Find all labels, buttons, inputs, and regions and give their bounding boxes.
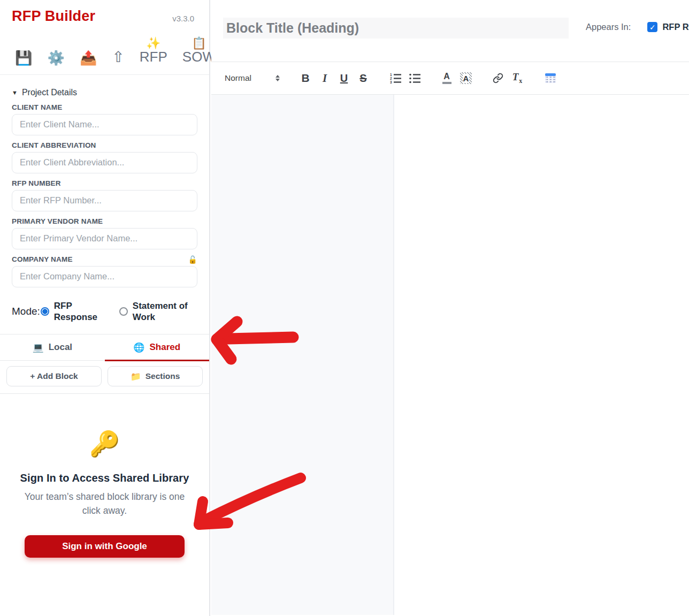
company-name-field-group: COMPANY NAME 🔓	[12, 255, 197, 287]
sections-button[interactable]: 📁 Sections	[108, 366, 203, 386]
sidebar-header: RFP Builder v3.3.0	[0, 0, 209, 25]
add-block-button[interactable]: + Add Block	[6, 366, 102, 386]
bullet-list-icon	[409, 73, 420, 83]
block-editor-panel: Appears In: ✓ RFP Res Normal B I U S 123	[211, 0, 689, 616]
clear-formatting-icon: Tx	[512, 71, 523, 85]
import-tray-icon[interactable]: 📤	[80, 51, 97, 65]
link-icon	[493, 73, 503, 83]
check-icon: ✓	[649, 23, 656, 32]
client-name-input[interactable]	[12, 114, 197, 135]
client-name-label: CLIENT NAME	[12, 103, 197, 111]
italic-button[interactable]: I	[318, 70, 331, 86]
primary-vendor-input[interactable]	[12, 228, 197, 249]
project-details-toggle[interactable]: ▼ Project Details	[12, 88, 197, 97]
mode-option-sow-label: Statement of Work	[133, 300, 193, 323]
signin-subtext: Your team’s shared block library is one …	[22, 490, 188, 518]
ordered-list-icon: 123	[390, 73, 401, 83]
appears-in-checkbox-checked[interactable]: ✓	[647, 22, 657, 32]
block-title-input[interactable]	[223, 18, 569, 39]
key-icon: 🔑	[89, 429, 120, 458]
settings-gear-icon[interactable]: ⚙️	[47, 51, 64, 65]
project-details-section: ▼ Project Details CLIENT NAME CLIENT ABB…	[0, 75, 209, 287]
mode-label: Mode:	[12, 306, 40, 317]
sidebar-icon-toolbar: 💾 ⚙️ 📤 ⇧ ✨ RFP 📋 SOW	[0, 25, 209, 75]
editor-toolbar: Normal B I U S 123	[211, 62, 689, 95]
bold-button[interactable]: B	[299, 70, 312, 86]
block-editor-header: Appears In: ✓ RFP Res	[211, 0, 689, 62]
folder-icon: 📁	[131, 371, 141, 382]
tab-shared[interactable]: 🌐 Shared	[105, 334, 210, 360]
rfp-button-label: RFP	[140, 49, 167, 65]
globe-icon: 🌐	[133, 342, 144, 353]
rfp-number-field-group: RFP NUMBER	[12, 179, 197, 211]
rfp-number-input[interactable]	[12, 190, 197, 211]
signin-heading: Sign In to Access Shared Library	[14, 472, 195, 484]
svg-text:3: 3	[390, 80, 392, 83]
app-version: v3.3.0	[172, 14, 194, 23]
editor-text-region[interactable]	[211, 95, 394, 615]
svg-text:2: 2	[390, 77, 392, 80]
add-block-label: + Add Block	[30, 371, 78, 381]
generate-rfp-button[interactable]: ✨ RFP	[140, 37, 167, 65]
client-abbreviation-label: CLIENT ABBREVIATION	[12, 141, 197, 149]
block-actions-row: + Add Block 📁 Sections	[0, 361, 209, 394]
save-icon[interactable]: 💾	[15, 51, 32, 65]
clipboard-icon: 📋	[192, 37, 206, 49]
tab-local-label: Local	[49, 342, 72, 353]
rfp-builder-app: RFP Builder v3.3.0 💾 ⚙️ 📤 ⇧ ✨ RFP 📋 SOW …	[0, 0, 689, 616]
insert-table-button[interactable]	[543, 70, 558, 86]
background-color-icon: A	[460, 72, 472, 84]
mode-option-rfp-label: RFP Response	[54, 300, 100, 323]
company-name-label: COMPANY NAME	[12, 255, 73, 263]
app-title: RFP Builder	[12, 8, 197, 25]
strikethrough-button[interactable]: S	[357, 70, 370, 86]
client-abbreviation-input[interactable]	[12, 152, 197, 173]
mode-selector: Mode: RFP Response Statement of Work	[0, 287, 209, 323]
clear-formatting-button[interactable]: Tx	[511, 70, 524, 86]
editor-content-area[interactable]	[211, 95, 689, 615]
tab-local[interactable]: 💻 Local	[0, 334, 105, 360]
ordered-list-button[interactable]: 123	[389, 70, 402, 86]
text-color-button[interactable]: A	[440, 70, 453, 86]
svg-text:1: 1	[390, 73, 392, 77]
primary-vendor-label: PRIMARY VENDOR NAME	[12, 217, 197, 225]
sign-in-with-google-button[interactable]: Sign in with Google	[25, 535, 185, 558]
radio-unselected-icon[interactable]	[119, 307, 128, 316]
mode-option-statement-of-work[interactable]: Statement of Work	[119, 300, 193, 323]
library-tabs: 💻 Local 🌐 Shared	[0, 334, 209, 361]
mode-option-rfp-response[interactable]: RFP Response	[40, 300, 100, 323]
signin-panel: 🔑 Sign In to Access Shared Library Your …	[0, 429, 209, 558]
appears-in-checkbox-label: RFP Res	[662, 22, 689, 32]
generate-sow-button[interactable]: 📋 SOW	[182, 37, 216, 65]
insert-link-button[interactable]	[492, 70, 504, 86]
underline-button[interactable]: U	[338, 70, 350, 86]
company-name-input[interactable]	[12, 266, 197, 287]
laptop-icon: 💻	[32, 342, 43, 353]
radio-selected-icon[interactable]	[41, 307, 49, 316]
background-color-button[interactable]: A	[460, 70, 472, 86]
table-icon	[544, 72, 557, 84]
bullet-list-button[interactable]	[408, 70, 421, 86]
sections-label: Sections	[146, 371, 180, 381]
primary-vendor-field-group: PRIMARY VENDOR NAME	[12, 217, 197, 249]
unlock-icon: 🔓	[188, 256, 197, 263]
sidebar: RFP Builder v3.3.0 💾 ⚙️ 📤 ⇧ ✨ RFP 📋 SOW …	[0, 0, 210, 616]
client-abbreviation-field-group: CLIENT ABBREVIATION	[12, 141, 197, 173]
format-selector-value: Normal	[225, 73, 251, 83]
client-name-field-group: CLIENT NAME	[12, 103, 197, 135]
export-up-arrow-icon[interactable]: ⇧	[112, 50, 124, 65]
tab-shared-label: Shared	[150, 342, 181, 353]
sparkles-icon: ✨	[146, 37, 160, 49]
project-details-title: Project Details	[22, 88, 77, 97]
format-selector-dropdown[interactable]: Normal	[225, 73, 280, 83]
text-color-icon: A	[442, 72, 451, 84]
appears-in-row: Appears In: ✓ RFP Res	[586, 22, 689, 32]
sow-button-label: SOW	[182, 49, 216, 65]
dropdown-arrows-icon	[275, 75, 280, 81]
rfp-number-label: RFP NUMBER	[12, 179, 197, 187]
collapse-triangle-icon: ▼	[12, 89, 18, 96]
appears-in-label: Appears In:	[586, 22, 631, 32]
